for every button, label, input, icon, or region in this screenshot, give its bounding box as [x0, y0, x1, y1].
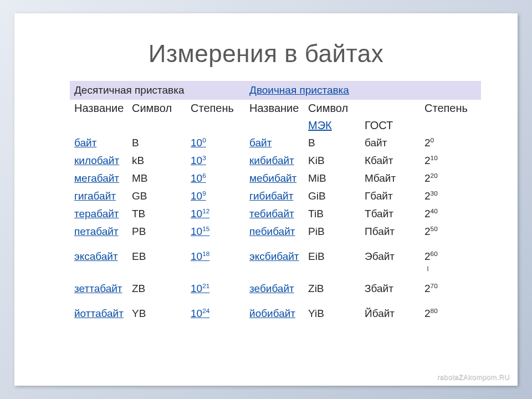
- decimal-prefix-header: Десятичная приставка: [70, 81, 245, 100]
- col-name-bin: Название: [245, 100, 304, 117]
- table-row: байтB100байтBбайт20: [70, 134, 481, 152]
- column-header-row-2: МЭК ГОСТ: [70, 117, 481, 134]
- dec-symbol-cell: MB: [127, 170, 186, 187]
- watermark: rabotaZAkompom.RU: [437, 373, 510, 381]
- page-title: Измерения в байтах: [14, 40, 518, 68]
- dec-power-cell: 1021: [186, 273, 245, 305]
- bin-name-link[interactable]: мебибайт: [249, 172, 296, 184]
- bin-iec-symbol-cell: YiB: [304, 305, 360, 323]
- dec-name-cell: байт: [70, 134, 127, 152]
- bin-power-cell: 260: [420, 241, 481, 273]
- dec-power-link[interactable]: 1015: [191, 226, 209, 237]
- col-symbol-dec: Символ: [127, 100, 186, 117]
- table-row: терабайтTB1012тебибайтTiBТбайт240: [70, 205, 481, 223]
- dec-power-cell: 1018: [186, 241, 245, 273]
- bin-name-cell: гибибайт: [245, 187, 304, 205]
- dec-name-link[interactable]: гигабайт: [74, 190, 116, 202]
- bin-name-cell: эксбибайт: [245, 241, 304, 273]
- bin-name-link[interactable]: зебибайт: [249, 283, 294, 294]
- bin-gost-symbol-cell: байт: [360, 134, 420, 152]
- dec-power-cell: 100: [186, 134, 245, 152]
- dec-power-link[interactable]: 103: [191, 155, 206, 166]
- dec-name-cell: йоттабайт: [70, 305, 127, 323]
- table-row: килобайтkB103кибибайтKiBКбайт210: [70, 152, 481, 170]
- dec-power-link[interactable]: 100: [191, 137, 206, 149]
- bin-iec-symbol-cell: PiB: [304, 223, 360, 241]
- bin-iec-symbol-cell: KiB: [304, 152, 360, 170]
- dec-name-link[interactable]: килобайт: [74, 155, 119, 166]
- dec-name-link[interactable]: эксабайт: [74, 250, 118, 262]
- dec-power-link[interactable]: 1018: [191, 250, 209, 262]
- dec-name-cell: терабайт: [70, 205, 127, 223]
- dec-name-link[interactable]: терабайт: [74, 208, 119, 219]
- dec-name-cell: зеттабайт: [70, 273, 127, 305]
- dec-power-link[interactable]: 106: [191, 172, 206, 184]
- table-row: мегабайтMB106мебибайтMiBМбайт220: [70, 170, 481, 187]
- col-symbol-bin: Символ: [304, 100, 420, 117]
- bin-iec-symbol-cell: TiB: [304, 205, 360, 223]
- dec-power-cell: 1012: [186, 205, 245, 223]
- bin-iec-symbol-cell: EiB: [304, 241, 360, 273]
- binary-prefix-link[interactable]: Двоичная приставка: [249, 84, 349, 96]
- dec-symbol-cell: kB: [127, 152, 186, 170]
- bin-name-link[interactable]: кибибайт: [249, 155, 294, 166]
- dec-symbol-cell: GB: [127, 187, 186, 205]
- dec-symbol-cell: B: [127, 134, 186, 152]
- dec-power-cell: 1015: [186, 223, 245, 241]
- dec-power-link[interactable]: 1024: [191, 308, 209, 319]
- bin-name-link[interactable]: гибибайт: [249, 190, 293, 202]
- dec-name-link[interactable]: мегабайт: [74, 172, 119, 184]
- bin-name-link[interactable]: пебибайт: [249, 226, 295, 237]
- table-row: йоттабайтYB1024йобибайтYiBЙбайт280: [70, 305, 481, 323]
- dec-name-link[interactable]: зеттабайт: [74, 283, 122, 294]
- col-iec: МЭК: [304, 117, 360, 134]
- bin-gost-symbol-cell: Пбайт: [360, 223, 420, 241]
- bin-name-link[interactable]: байт: [249, 137, 272, 149]
- dec-name-cell: гигабайт: [70, 187, 127, 205]
- bin-name-cell: мебибайт: [245, 170, 304, 187]
- iec-link[interactable]: МЭК: [308, 119, 332, 131]
- bin-gost-symbol-cell: Тбайт: [360, 205, 420, 223]
- dec-power-cell: 106: [186, 170, 245, 187]
- bin-name-cell: пебибайт: [245, 223, 304, 241]
- col-gost: ГОСТ: [360, 117, 420, 134]
- binary-prefix-header: Двоичная приставка: [245, 81, 481, 100]
- dec-name-link[interactable]: петабайт: [74, 226, 119, 237]
- section-header-row: Десятичная приставка Двоичная приставка: [70, 81, 481, 100]
- bin-power-cell: 230: [420, 187, 481, 205]
- bin-iec-symbol-cell: ZiB: [304, 273, 360, 305]
- bin-name-cell: тебибайт: [245, 205, 304, 223]
- table-row: петабайтPB1015пебибайтPiBПбайт250: [70, 223, 481, 241]
- dec-name-cell: эксабайт: [70, 241, 127, 273]
- dec-power-link[interactable]: 1021: [191, 283, 209, 294]
- bin-power-cell: 250: [420, 223, 481, 241]
- dec-name-link[interactable]: байт: [74, 137, 96, 149]
- bin-name-link[interactable]: эксбибайт: [249, 250, 299, 262]
- bin-gost-symbol-cell: Йбайт: [360, 305, 420, 323]
- column-header-row-1: Название Символ Степень Название Символ …: [70, 100, 481, 117]
- bin-power-cell: 280: [420, 305, 481, 323]
- col-power-bin: Степень: [420, 100, 481, 117]
- dec-power-link[interactable]: 109: [191, 190, 206, 202]
- dec-power-link[interactable]: 1012: [191, 208, 209, 219]
- bin-name-cell: байт: [245, 134, 304, 152]
- col-power-dec: Степень: [186, 100, 245, 117]
- bin-gost-symbol-cell: Мбайт: [360, 170, 420, 187]
- bin-gost-symbol-cell: Гбайт: [360, 187, 420, 205]
- dec-symbol-cell: TB: [127, 205, 186, 223]
- dec-name-cell: мегабайт: [70, 170, 127, 187]
- col-name-dec: Название: [70, 100, 127, 117]
- bin-power-cell: 240: [420, 205, 481, 223]
- table-row: эксабайтEB1018эксбибайтEiBЭбайт260: [70, 241, 481, 273]
- bin-name-cell: йобибайт: [245, 305, 304, 323]
- byte-table-wrap: Десятичная приставка Двоичная приставка …: [70, 81, 481, 323]
- dec-symbol-cell: PB: [127, 223, 186, 241]
- text-cursor-icon: I: [427, 265, 429, 273]
- bin-gost-symbol-cell: Эбайт: [360, 241, 420, 273]
- bin-iec-symbol-cell: MiB: [304, 170, 360, 187]
- dec-symbol-cell: EB: [127, 241, 186, 273]
- dec-name-link[interactable]: йоттабайт: [74, 308, 124, 319]
- bin-name-link[interactable]: йобибайт: [249, 308, 295, 319]
- dec-symbol-cell: ZB: [127, 273, 186, 305]
- bin-name-link[interactable]: тебибайт: [249, 208, 294, 219]
